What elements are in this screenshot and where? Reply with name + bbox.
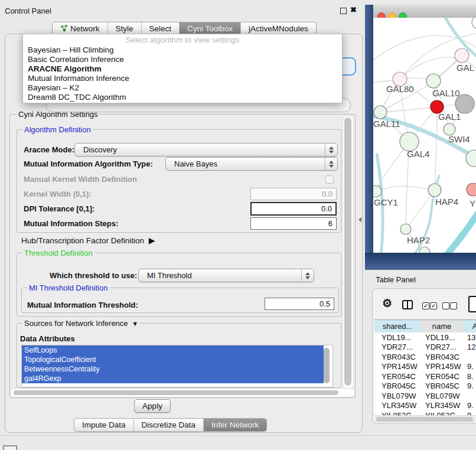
table-row[interactable]: YPR145WYPR145W9. [374, 362, 476, 372]
table-row[interactable]: YLR345WYLR345W9. [374, 401, 476, 411]
table-hscroll-track[interactable] [374, 415, 476, 423]
network-view-canvas[interactable]: GALGAL80GAL10GAL1GAL11GAL4SWI4GCY1HAP4YH… [373, 18, 476, 253]
bottom-divider [0, 435, 476, 436]
mi-threshold-input[interactable]: 0.5 [265, 298, 334, 310]
node-label-hap2: HAP2 [407, 235, 430, 245]
column-header-A[interactable]: A [463, 319, 476, 333]
checked-box-icon[interactable]: ✓ [422, 302, 429, 309]
table-cell: YDL19... [374, 333, 420, 342]
control-panel-title: Control Panel [5, 6, 51, 15]
gear-icon[interactable]: ⚙ [382, 298, 392, 309]
settings-hscroll-thumb[interactable] [14, 390, 338, 395]
mi-type-select[interactable]: Naive Bayes [165, 157, 338, 171]
algorithm-option[interactable]: ARACNE Algorithm [23, 64, 342, 74]
network-window-left-edge [365, 5, 373, 270]
attribute-item[interactable]: BetweennessCentrality [22, 364, 324, 374]
data-attributes-list[interactable]: SelfLoopsTopologicalCoefficientBetweenne… [21, 345, 333, 387]
mi-steps-input[interactable]: 6 [250, 217, 337, 230]
document-icon[interactable] [468, 296, 476, 312]
splitter-collapse-icon[interactable] [358, 217, 361, 222]
table-hscroll-thumb[interactable] [376, 417, 473, 422]
network-node[interactable] [455, 94, 474, 113]
table-row[interactable]: YBR043CYBR043C [374, 352, 476, 362]
table-cell: YER054C [420, 372, 463, 381]
attribute-item[interactable]: SelfLoops [22, 345, 324, 355]
hub-definition-label: Hub/Transcription Factor Definition [21, 236, 144, 245]
network-node-hap2[interactable] [400, 224, 411, 234]
table-row[interactable]: YBR045CYBR045C9. [374, 381, 476, 392]
settings-hscroll-track[interactable] [10, 388, 355, 397]
table-row[interactable]: YIL052CYIL052C9 [374, 410, 476, 415]
algorithm-option[interactable]: Bayesian – K2 [23, 83, 342, 93]
kernel-width-input[interactable]: 0.0 [250, 188, 337, 200]
network-node-gcy1[interactable] [373, 185, 382, 197]
table-cell: YDR27... [374, 343, 420, 351]
node-label-gal: GAL [457, 63, 474, 73]
table-row[interactable]: YER054CYER054C8. [374, 371, 476, 381]
algorithm-option[interactable]: Bayesian – Hill Climbing [23, 45, 342, 55]
algorithm-combo-fragment[interactable] [343, 57, 356, 76]
mi-threshold-title: MI Threshold Definition [27, 283, 109, 292]
tab-label: Infer Network [211, 420, 259, 429]
network-node-y[interactable] [467, 183, 476, 196]
network-node-gal[interactable] [455, 48, 469, 63]
sources-title-label: Sources for Network Inference [24, 319, 128, 328]
table-cell: YBR045C [374, 381, 420, 390]
tab-label: Impute Data [82, 420, 126, 429]
manual-kernel-checkbox[interactable] [325, 175, 334, 184]
tab-impute-data[interactable]: Impute Data [74, 419, 134, 431]
attribute-item[interactable]: TopologicalCoefficient [22, 355, 324, 364]
network-node-gal10[interactable] [426, 74, 441, 88]
tab-label: jActiveMNodules [249, 24, 308, 33]
hub-definition-toggle[interactable]: Hub/Transcription Factor Definition ▶ [21, 236, 155, 245]
unchecked-box-icon[interactable] [450, 302, 457, 309]
table-row[interactable]: YDL19...YDL19...13 [374, 332, 476, 343]
network-window-bottom-edge [365, 253, 476, 270]
algorithm-option[interactable]: Basic Correlation Inference [23, 55, 342, 64]
tab-style[interactable]: Style [108, 22, 142, 35]
checked-box-icon[interactable]: ✓ [430, 302, 437, 309]
network-node-gal11[interactable] [374, 106, 387, 119]
attribute-list-scrollbar[interactable] [324, 348, 330, 383]
sources-title[interactable]: Sources for Network Inference ▼ [22, 319, 140, 328]
table-row[interactable]: YBL079WYBL079W [374, 391, 476, 401]
node-label-gal4: GAL4 [407, 149, 429, 159]
aracne-mode-select[interactable]: Discovery [74, 143, 338, 156]
network-icon [60, 24, 68, 34]
stepper-arrows-icon [325, 144, 337, 156]
tab-infer-network[interactable]: Infer Network [204, 419, 266, 431]
network-node-hap4[interactable] [428, 184, 441, 197]
aracne-mode-label: Aracne Mode: [24, 145, 74, 154]
table-cell: YER054C [374, 372, 420, 381]
collapsed-panel-icon[interactable] [3, 445, 17, 450]
network-node-swi4[interactable] [444, 123, 455, 135]
tab-discretize-data[interactable]: Discretize Data [134, 419, 204, 431]
attribute-item[interactable]: gal4RGexp [22, 374, 324, 383]
tab-cyni-toolbox[interactable]: Cyni Toolbox [180, 22, 241, 35]
settings-vscroll-thumb[interactable] [344, 118, 351, 386]
network-window-titlebar[interactable] [373, 5, 476, 18]
table-row[interactable]: YDR27...YDR27...12 [374, 343, 476, 353]
split-columns-icon[interactable] [402, 300, 413, 309]
algorithm-option[interactable]: Mutual Information Inference [23, 74, 342, 83]
tab-label: Cyni Toolbox [187, 24, 233, 33]
tab-network[interactable]: Network [53, 22, 108, 35]
dpi-tolerance-input[interactable]: 0.0 [250, 202, 337, 216]
unchecked-box-icon[interactable] [442, 302, 449, 309]
network-graph: GALGAL80GAL10GAL1GAL11GAL4SWI4GCY1HAP4YH… [373, 18, 476, 253]
algorithm-option[interactable]: Dream8 DC_TDC Algorithm [23, 93, 342, 102]
tab-jactivemnodules[interactable]: jActiveMNodules [241, 22, 316, 35]
network-node[interactable] [472, 18, 476, 29]
column-header-name[interactable]: name [420, 319, 464, 333]
float-panel-icon[interactable] [340, 8, 347, 14]
algorithm-definition-title: Algorithm Definition [22, 125, 93, 134]
table-cell: 13 [463, 333, 476, 342]
column-header-shared...[interactable]: shared... [374, 319, 421, 333]
settings-vscroll-track[interactable] [343, 116, 354, 389]
table-cell: 8. [463, 372, 476, 381]
apply-button[interactable]: Apply [134, 399, 171, 413]
which-threshold-select[interactable]: MI Threshold [138, 269, 314, 282]
close-panel-icon[interactable]: ✖ [350, 5, 357, 14]
infer-tabbar: Impute DataDiscretize DataInfer Network [74, 418, 267, 432]
tab-select[interactable]: Select [142, 22, 180, 35]
